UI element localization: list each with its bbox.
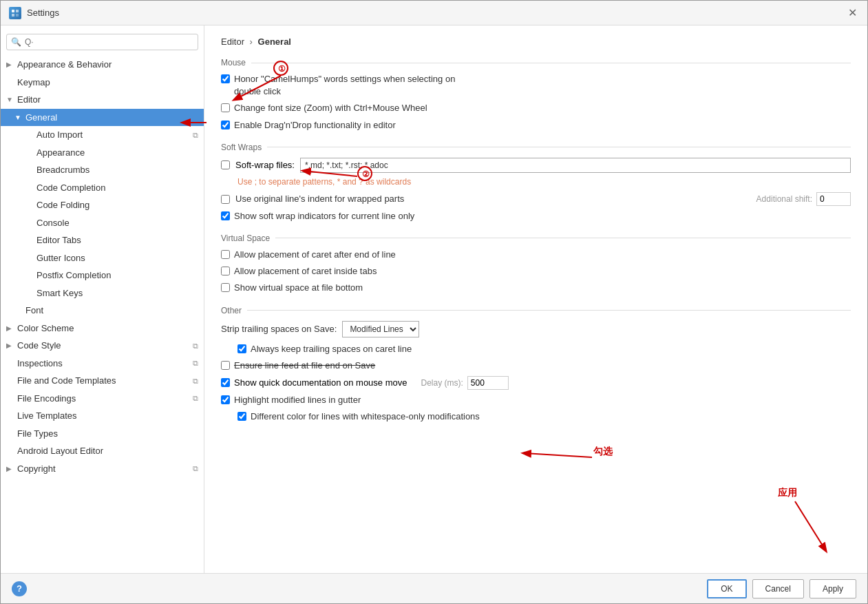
show-virtual-space-label: Show virtual space at file bottom [234,282,363,294]
copy-icon: ⧉ [193,357,198,369]
sidebar-item-label: Copyright [17,462,56,476]
sidebar-item-label: Inspections [17,357,63,371]
use-original-indent-checkbox[interactable] [221,195,230,204]
content-area: Editor › General Mouse Honor "CamelHumps… [204,25,867,573]
soft-wraps-section-title: Soft Wraps [221,143,851,152]
honor-camel-checkbox[interactable] [221,74,230,83]
ok-button[interactable]: OK [707,579,746,598]
show-soft-wrap-indicators-checkbox[interactable] [221,211,230,220]
app-icon [9,7,21,19]
allow-caret-inside-tabs-checkbox[interactable] [221,267,230,275]
diff-color-whitespace-checkbox[interactable] [237,412,246,421]
sidebar-item-general[interactable]: ▼ General [1,109,204,127]
sidebar-item-smart-keys[interactable]: Smart Keys [1,284,204,302]
breadcrumb-separator: › [250,37,253,47]
expand-icon: ▶ [6,59,14,70]
sidebar-item-code-style[interactable]: ▶ Code Style ⧉ [1,337,204,355]
search-icon: 🔍 [11,37,21,47]
sidebar-item-auto-import[interactable]: Auto Import ⧉ [1,126,204,144]
svg-rect-1 [16,10,19,12]
change-font-checkbox[interactable] [221,103,230,112]
mouse-section-title: Mouse [221,58,851,67]
ensure-line-feed-checkbox[interactable] [221,361,230,370]
sidebar-item-font[interactable]: Font [1,302,204,320]
bottom-right: OK Cancel Apply [707,579,856,598]
expand-icon: ▼ [6,94,14,105]
sidebar-item-breadcrumbs[interactable]: Breadcrumbs [1,161,204,179]
sidebar-item-color-scheme[interactable]: ▶ Color Scheme [1,320,204,337]
sidebar-item-android-layout-editor[interactable]: Android Layout Editor [1,442,204,460]
bottom-bar: ? OK Cancel Apply [1,573,867,603]
breadcrumb-parent: Editor [221,37,244,47]
allow-caret-after-eol-checkbox[interactable] [221,250,230,259]
sidebar-item-label: Breadcrumbs [36,163,89,177]
sidebar-item-inspections[interactable]: Inspections ⧉ [1,355,204,373]
show-virtual-space-checkbox[interactable] [221,283,230,292]
strip-trailing-row: Strip trailing spaces on Save: None All … [221,321,851,337]
ensure-line-feed-label: Ensure line feed at file end on Save [234,360,375,372]
strip-trailing-select[interactable]: None All Modified Lines [342,321,419,337]
sidebar-item-label: Auto Import [36,128,83,142]
drag-drop-label: Enable Drag'n'Drop functionality in edit… [234,119,396,132]
sidebar-item-code-completion[interactable]: Code Completion [1,179,204,197]
sidebar-item-label: Code Completion [36,181,105,195]
sidebar-item-editor[interactable]: ▼ Editor [1,91,204,109]
sidebar-item-appearance-behavior[interactable]: ▶ Appearance & Behavior [1,56,204,74]
show-quick-doc-checkbox[interactable] [221,378,230,387]
bottom-left: ? [12,581,27,596]
strip-trailing-label: Strip trailing spaces on Save: [221,324,337,334]
sidebar-item-code-folding[interactable]: Code Folding [1,196,204,214]
sidebar-item-console[interactable]: Console [1,214,204,232]
use-original-indent-row: Use original line's indent for wrapped p… [221,192,851,206]
keep-trailing-spaces-checkbox[interactable] [237,344,246,353]
apply-button[interactable]: Apply [809,579,856,598]
search-input[interactable] [6,34,198,50]
virtual-space-section: Virtual Space Allow placement of caret a… [221,233,851,295]
sidebar-item-label: Font [25,304,43,317]
sidebar-item-label: Live Templates [17,409,76,423]
sidebar-item-gutter-icons[interactable]: Gutter Icons [1,249,204,267]
cancel-button[interactable]: Cancel [752,579,804,598]
soft-wrap-input[interactable] [300,158,851,173]
sidebar-item-editor-tabs[interactable]: Editor Tabs [1,231,204,249]
sidebar-item-file-encodings[interactable]: File Encodings ⧉ [1,390,204,408]
show-quick-doc-row: Show quick documentation on mouse move D… [221,376,851,390]
help-button[interactable]: ? [12,581,27,596]
change-font-row: Change font size (Zoom) with Ctrl+Mouse … [221,102,851,114]
use-original-indent-label: Use original line's indent for wrapped p… [235,193,404,205]
delay-label: Delay (ms): [421,378,463,388]
show-soft-wrap-indicators-label: Show soft wrap indicators for current li… [234,210,414,222]
additional-shift-input[interactable] [816,192,851,206]
close-button[interactable]: ✕ [845,6,859,20]
sidebar-item-appearance[interactable]: Appearance [1,144,204,162]
soft-wrap-label: Soft-wrap files: [235,160,295,170]
svg-rect-0 [12,10,14,12]
sidebar-item-label: Code Folding [36,198,89,212]
sidebar-item-copyright[interactable]: ▶ Copyright ⧉ [1,460,204,478]
soft-wrap-checkbox[interactable] [221,160,230,169]
highlight-modified-row: Highlight modified lines in gutter [221,394,851,406]
sidebar-item-label: File Types [17,427,58,441]
sidebar-item-label: Smart Keys [36,287,83,300]
sidebar-item-postfix-completion[interactable]: Postfix Completion [1,267,204,284]
sidebar-item-file-types[interactable]: File Types [1,425,204,443]
allow-caret-inside-tabs-label: Allow placement of caret inside tabs [234,265,377,278]
sidebar-item-live-templates[interactable]: Live Templates [1,407,204,425]
svg-rect-3 [16,14,19,17]
sidebar-item-label: Gutter Icons [36,251,85,265]
keep-trailing-spaces-row: Always keep trailing spaces on caret lin… [237,343,851,355]
sidebar-item-label: Editor [17,93,41,107]
sidebar-item-label: Color Scheme [17,322,74,335]
sidebar-item-keymap[interactable]: Keymap [1,74,204,92]
other-section: Other Strip trailing spaces on Save: Non… [221,306,851,424]
sidebar-item-file-code-templates[interactable]: File and Code Templates ⧉ [1,372,204,390]
delay-input[interactable] [467,376,509,390]
sidebar-item-label: File Encodings [17,392,76,406]
search-box: 🔍 [6,34,198,50]
drag-drop-checkbox[interactable] [221,121,230,129]
soft-wraps-section: Soft Wraps Soft-wrap files: Use ; to sep… [221,143,851,222]
highlight-modified-checkbox[interactable] [221,395,230,404]
sidebar-item-label: Editor Tabs [36,233,81,247]
allow-caret-inside-tabs-row: Allow placement of caret inside tabs [221,265,851,278]
sidebar-item-label: Keymap [17,76,50,90]
